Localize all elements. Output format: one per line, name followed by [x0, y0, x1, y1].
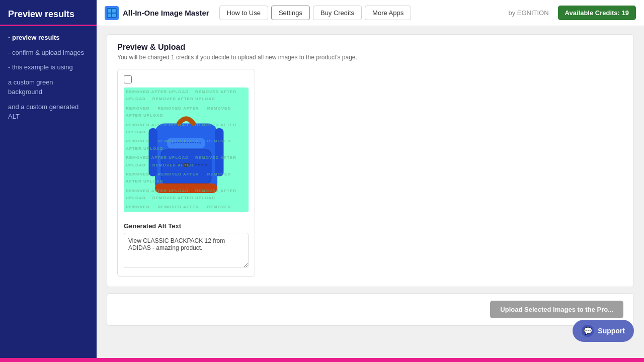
alt-text-textarea[interactable] [124, 233, 249, 268]
svg-rect-11 [155, 184, 217, 193]
app-icon [105, 6, 119, 20]
svg-rect-7 [184, 163, 189, 167]
support-icon: 💬 [582, 325, 594, 337]
sidebar-item-this-example[interactable]: - this example is using [0, 60, 97, 75]
settings-button[interactable]: Settings [271, 6, 310, 20]
sidebar-item-custom-bg[interactable]: a custom green background [0, 75, 97, 100]
upload-selected-button[interactable]: Upload Selected Images to the Pro... [490, 301, 623, 318]
svg-rect-2 [112, 9, 116, 13]
alt-text-label: Generated Alt Text [124, 222, 249, 230]
svg-rect-9 [149, 128, 157, 176]
image-checkbox[interactable] [124, 75, 132, 83]
topbar: All-In-One Image Master How to Use Setti… [97, 0, 644, 26]
action-bar: Upload Selected Images to the Pro... [107, 293, 634, 326]
sidebar-title: Preview results [0, 0, 97, 26]
support-label: Support [598, 327, 625, 335]
app-name: All-In-One Image Master [123, 9, 209, 17]
preview-card-title: Preview & Upload [117, 43, 623, 52]
alt-text-section: Generated Alt Text [124, 218, 249, 270]
svg-rect-3 [108, 14, 111, 17]
svg-rect-10 [215, 128, 223, 176]
image-container: REMOVED AFTER UPLOAD REMOVED AFTER UPLOA… [124, 87, 249, 212]
sidebar-item-confirm-upload[interactable]: - confirm & upload images [0, 45, 97, 60]
preview-upload-card: Preview & Upload You will be charged 1 c… [107, 34, 634, 287]
more-apps-button[interactable]: More Apps [365, 6, 411, 20]
sidebar-item-custom-alt[interactable]: and a custom generated ALT [0, 100, 97, 124]
buy-credits-button[interactable]: Buy Credits [313, 6, 362, 20]
image-item: REMOVED AFTER UPLOAD REMOVED AFTER UPLOA… [117, 69, 255, 277]
bottom-bar [0, 358, 644, 362]
content-area: Preview & Upload You will be charged 1 c… [97, 26, 644, 362]
main-area: All-In-One Image Master How to Use Setti… [97, 0, 644, 362]
svg-rect-1 [108, 9, 111, 13]
preview-card-subtitle: You will be charged 1 credits if you dec… [117, 54, 623, 61]
how-to-use-button[interactable]: How to Use [219, 6, 268, 20]
support-button[interactable]: 💬 Support [573, 320, 634, 342]
backpack-image [141, 97, 231, 203]
credits-badge: Available Credits: 19 [558, 6, 636, 20]
svg-rect-4 [112, 14, 116, 17]
sidebar-item-preview-results[interactable]: - preview results [0, 30, 97, 45]
by-label: by EGNITION [508, 9, 548, 17]
sidebar: Preview results - preview results - conf… [0, 0, 97, 362]
